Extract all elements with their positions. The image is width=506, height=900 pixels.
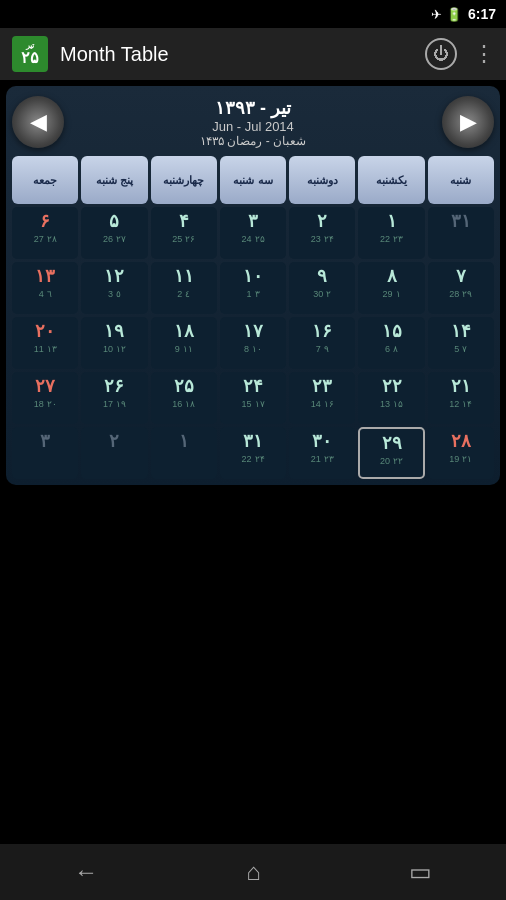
sub-dates: 1٣ bbox=[246, 289, 259, 299]
persian-date: ۲۴ bbox=[243, 376, 263, 398]
calendar-cell[interactable]: ۳ bbox=[12, 427, 78, 479]
sub-dates: 10۱۲ bbox=[103, 344, 126, 354]
gregorian-date: 16 bbox=[172, 399, 182, 409]
persian-date: ۲ bbox=[317, 211, 327, 233]
persian-date: ۴ bbox=[179, 211, 189, 233]
calendar-cell[interactable]: ۵26۲۷ bbox=[81, 207, 147, 259]
sub-dates: 7۹ bbox=[316, 344, 329, 354]
month-hijri: شعبان - رمضان ۱۴۳۵ bbox=[64, 134, 442, 148]
gregorian-date: 1 bbox=[246, 289, 251, 299]
hijri-date: ۱۴ bbox=[462, 399, 472, 409]
hijri-date: ۱۵ bbox=[393, 399, 403, 409]
status-time: 6:17 bbox=[468, 6, 496, 22]
status-icons: ✈ 🔋 bbox=[431, 7, 462, 22]
calendar-cell[interactable]: ۱۷8۱۰ bbox=[220, 317, 286, 369]
hijri-date: ۲۵ bbox=[255, 234, 265, 244]
calendar-cell[interactable]: ۲۵16۱۸ bbox=[151, 372, 217, 424]
calendar-cell[interactable]: ۲۱12۱۴ bbox=[428, 372, 494, 424]
hijri-date: ۲۸ bbox=[47, 234, 57, 244]
back-button[interactable]: ← bbox=[74, 858, 98, 886]
hijri-date: ۱۶ bbox=[324, 399, 334, 409]
calendar-cell[interactable]: ۳۱ bbox=[428, 207, 494, 259]
calendar-cell[interactable]: ۱۲3٥ bbox=[81, 262, 147, 314]
calendar-cell[interactable]: ۲۶17۱۹ bbox=[81, 372, 147, 424]
calendar-cell[interactable]: ۲ bbox=[81, 427, 147, 479]
sub-dates: 27۲۸ bbox=[34, 234, 57, 244]
calendar-cell[interactable]: ۸29١ bbox=[358, 262, 424, 314]
app-icon[interactable]: تیر ۲۵ bbox=[12, 36, 48, 72]
calendar-cell[interactable]: ۳24۲۵ bbox=[220, 207, 286, 259]
persian-date: ۳ bbox=[248, 211, 258, 233]
sub-dates: 12۱۴ bbox=[449, 399, 472, 409]
persian-date: ۱۴ bbox=[451, 321, 471, 343]
menu-button[interactable]: ⋮ bbox=[473, 41, 494, 67]
day-header: شنبه bbox=[428, 156, 494, 204]
calendar-cell[interactable]: ۲۸19۲۱ bbox=[428, 427, 494, 479]
prev-month-button[interactable] bbox=[12, 96, 64, 148]
calendar-cell[interactable]: ۱۱2٤ bbox=[151, 262, 217, 314]
hijri-date: ۱۱ bbox=[183, 344, 193, 354]
calendar-cell[interactable]: ۱۶7۹ bbox=[289, 317, 355, 369]
calendar-cell[interactable]: ۱۸9۱۱ bbox=[151, 317, 217, 369]
gregorian-date: 19 bbox=[449, 454, 459, 464]
power-button[interactable] bbox=[425, 38, 457, 70]
airplane-icon: ✈ bbox=[431, 7, 442, 22]
calendar-cell[interactable]: ۳۰21۲۳ bbox=[289, 427, 355, 479]
calendar-cell[interactable]: ۹30٢ bbox=[289, 262, 355, 314]
hijri-date: ٣ bbox=[255, 289, 260, 299]
sub-dates: 3٥ bbox=[108, 289, 121, 299]
sub-dates: 18۲۰ bbox=[34, 399, 57, 409]
persian-date: ۵ bbox=[109, 211, 119, 233]
calendar-container: تیر - ۱۳۹۳ Jun - Jul 2014 شعبان - رمضان … bbox=[6, 86, 500, 485]
gregorian-date: 29 bbox=[383, 289, 393, 299]
calendar-cell[interactable]: ۲۹20۲۲ bbox=[358, 427, 424, 479]
calendar-cell[interactable]: ۲۳14۱۶ bbox=[289, 372, 355, 424]
recent-button[interactable]: ▭ bbox=[409, 858, 432, 886]
calendar-cell[interactable]: ۱۴5۷ bbox=[428, 317, 494, 369]
persian-date: ۷ bbox=[456, 266, 466, 288]
persian-date: ۲ bbox=[109, 431, 119, 453]
home-button[interactable]: ⌂ bbox=[246, 858, 261, 886]
sub-dates: 5۷ bbox=[454, 344, 467, 354]
calendar-cell[interactable]: ۱۵6۸ bbox=[358, 317, 424, 369]
day-header: دوشنبه bbox=[289, 156, 355, 204]
hijri-date: ۲۹ bbox=[462, 289, 472, 299]
next-month-button[interactable] bbox=[442, 96, 494, 148]
persian-date: ۲۱ bbox=[451, 376, 471, 398]
calendar-cell[interactable]: ۱۰1٣ bbox=[220, 262, 286, 314]
calendar-cell[interactable]: ۱۳4٦ bbox=[12, 262, 78, 314]
calendar-cell[interactable]: ۳۱22۲۴ bbox=[220, 427, 286, 479]
calendar-cell[interactable]: ۴25۲۶ bbox=[151, 207, 217, 259]
calendar-cell[interactable]: ۲۲13۱۵ bbox=[358, 372, 424, 424]
sub-dates: 22۲۳ bbox=[380, 234, 403, 244]
nav-header: تیر - ۱۳۹۳ Jun - Jul 2014 شعبان - رمضان … bbox=[12, 92, 494, 156]
day-headers: جمعهپنج شنبهچهارشنبهسه شنبهدوشنبهیکشنبهش… bbox=[12, 156, 494, 204]
calendar-cell[interactable]: ۶27۲۸ bbox=[12, 207, 78, 259]
hijri-date: ۱۷ bbox=[255, 399, 265, 409]
gregorian-date: 3 bbox=[108, 289, 113, 299]
sub-dates: 11۱۳ bbox=[34, 344, 57, 354]
calendar-cell[interactable]: ۱22۲۳ bbox=[358, 207, 424, 259]
day-header: پنج شنبه bbox=[81, 156, 147, 204]
gregorian-date: 17 bbox=[103, 399, 113, 409]
gregorian-date: 9 bbox=[175, 344, 180, 354]
gregorian-date: 15 bbox=[241, 399, 251, 409]
hijri-date: ۹ bbox=[324, 344, 329, 354]
sub-dates: 21۲۳ bbox=[311, 454, 334, 464]
sub-dates: 6۸ bbox=[385, 344, 398, 354]
battery-icon: 🔋 bbox=[446, 7, 462, 22]
calendar-cell[interactable]: ۱ bbox=[151, 427, 217, 479]
calendar-cell[interactable]: ۲۷18۲۰ bbox=[12, 372, 78, 424]
sub-dates: 26۲۷ bbox=[103, 234, 126, 244]
calendar-cell[interactable]: ۷28۲۹ bbox=[428, 262, 494, 314]
sub-dates: 9۱۱ bbox=[175, 344, 193, 354]
calendar-cell[interactable]: ۲۴15۱۷ bbox=[220, 372, 286, 424]
calendar-cell[interactable]: ۲23۲۴ bbox=[289, 207, 355, 259]
persian-date: ۳۱ bbox=[243, 431, 263, 453]
calendar-cell[interactable]: ۱۹10۱۲ bbox=[81, 317, 147, 369]
day-header: یکشنبه bbox=[358, 156, 424, 204]
gregorian-date: 11 bbox=[34, 344, 44, 354]
hijri-date: ۲۱ bbox=[462, 454, 472, 464]
persian-date: ۲۹ bbox=[382, 433, 402, 455]
calendar-cell[interactable]: ۲۰11۱۳ bbox=[12, 317, 78, 369]
